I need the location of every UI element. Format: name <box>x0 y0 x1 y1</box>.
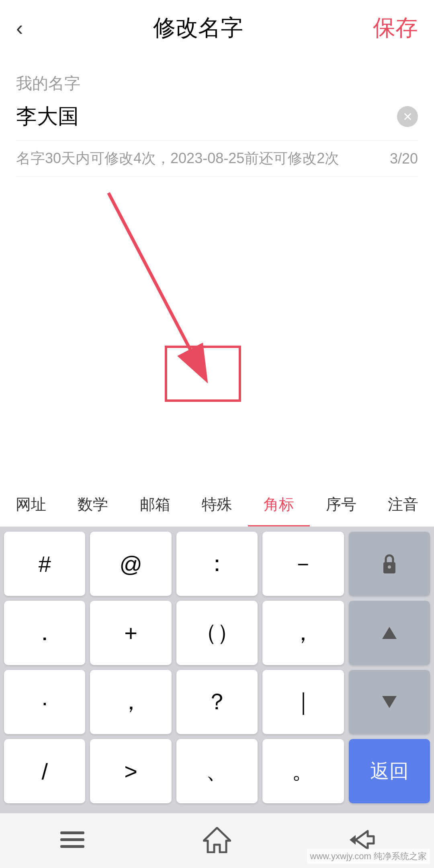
key-3-2[interactable]: 、 <box>176 739 258 803</box>
char-count: 3/20 <box>390 150 418 167</box>
hint-row: 名字30天内可修改4次，2023-08-25前还可修改2次 3/20 <box>16 149 418 177</box>
key-3-3[interactable]: 。 <box>262 739 344 803</box>
name-input[interactable]: 李大国 <box>16 102 397 131</box>
keyboard-row-2: ·，？｜ <box>4 670 430 734</box>
input-row: 李大国 <box>16 102 418 141</box>
keyboard-row-3: />、。返回 <box>4 739 430 803</box>
svg-marker-9 <box>204 828 230 852</box>
key-3-0[interactable]: / <box>4 739 85 803</box>
key-2-2[interactable]: ？ <box>176 670 258 734</box>
home-nav-icon[interactable] <box>201 824 233 856</box>
key-0-2[interactable]: ： <box>176 532 258 596</box>
key-1-2[interactable]: （） <box>176 601 258 665</box>
arrow-annotation <box>0 177 434 450</box>
svg-rect-7 <box>60 838 84 841</box>
header: ‹ 修改名字 保存 <box>0 0 434 56</box>
key-2-4[interactable] <box>349 670 430 734</box>
clear-button[interactable] <box>397 106 418 127</box>
highlight-box <box>165 346 241 402</box>
category-tab-角标[interactable]: 角标 <box>248 484 310 526</box>
key-0-1[interactable]: @ <box>90 532 171 596</box>
key-2-3[interactable]: ｜ <box>262 670 344 734</box>
key-0-3[interactable]: － <box>262 532 344 596</box>
page-title: 修改名字 <box>153 13 243 43</box>
watermark: www.yxwjy.com 纯净系统之家 <box>307 849 430 864</box>
svg-rect-6 <box>60 831 84 834</box>
menu-nav-icon[interactable] <box>56 824 88 856</box>
key-0-0[interactable]: # <box>4 532 85 596</box>
keyboard-row-0: #@：－ <box>4 532 430 596</box>
svg-marker-5 <box>382 696 397 708</box>
key-3-1[interactable]: > <box>90 739 171 803</box>
hint-text: 名字30天内可修改4次，2023-08-25前还可修改2次 <box>16 149 339 168</box>
content-area: 我的名字 李大国 名字30天内可修改4次，2023-08-25前还可修改2次 3… <box>0 56 434 177</box>
svg-marker-4 <box>382 627 397 639</box>
field-label: 我的名字 <box>16 72 418 94</box>
save-button[interactable]: 保存 <box>373 13 418 43</box>
key-1-3[interactable]: ， <box>262 601 344 665</box>
key-1-1[interactable]: + <box>90 601 171 665</box>
svg-point-3 <box>388 565 391 569</box>
keyboard-rows: #@：－ ．+（），·，？｜/>、。返回 <box>0 527 434 813</box>
category-tab-序号[interactable]: 序号 <box>310 484 372 526</box>
category-tabs: 网址数学邮箱特殊角标序号注音 <box>0 484 434 527</box>
keyboard-row-1: ．+（）， <box>4 601 430 665</box>
category-tab-注音[interactable]: 注音 <box>372 484 434 526</box>
category-tab-特殊[interactable]: 特殊 <box>186 484 248 526</box>
key-3-4[interactable]: 返回 <box>349 739 430 803</box>
keyboard-wrapper: 网址数学邮箱特殊角标序号注音 #@：－ ．+（），·，？｜/>、。返回 <box>0 484 434 868</box>
category-tab-邮箱[interactable]: 邮箱 <box>124 484 186 526</box>
annotation-area <box>0 177 434 450</box>
key-1-0[interactable]: ． <box>4 601 85 665</box>
key-1-4[interactable] <box>349 601 430 665</box>
category-tab-数学[interactable]: 数学 <box>62 484 124 526</box>
key-0-4[interactable] <box>349 532 430 596</box>
key-2-0[interactable]: · <box>4 670 85 734</box>
back-button[interactable]: ‹ <box>16 16 23 40</box>
svg-rect-8 <box>60 845 84 848</box>
key-2-1[interactable]: ， <box>90 670 171 734</box>
category-tab-网址[interactable]: 网址 <box>0 484 62 526</box>
